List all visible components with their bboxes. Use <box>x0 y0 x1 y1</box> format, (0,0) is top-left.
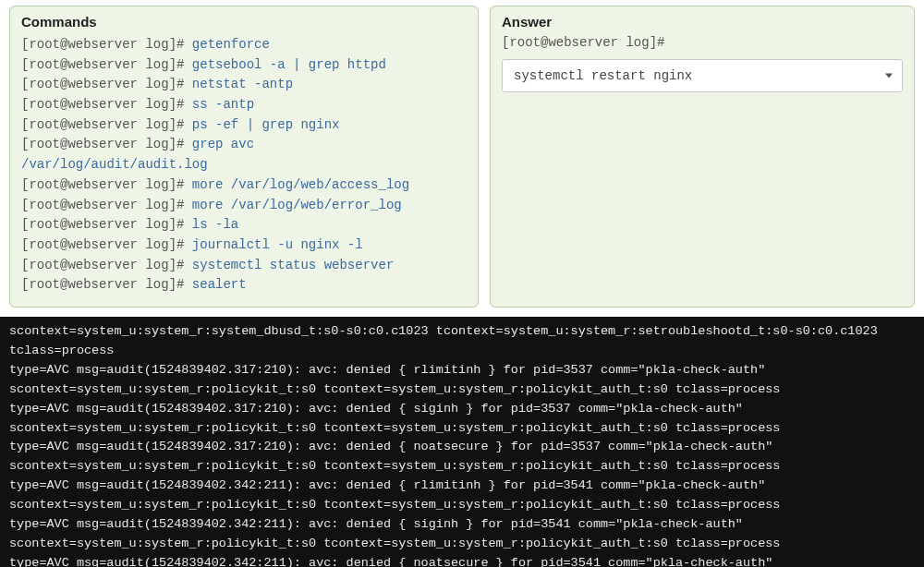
answer-panel: Answer [root@webserver log]# systemctl r… <box>490 6 915 308</box>
command-line[interactable]: [root@webserver log]# ss -antp <box>21 95 467 115</box>
command-prompt: [root@webserver log]# <box>21 177 192 192</box>
command-text: sealert <box>192 277 247 292</box>
commands-title: Commands <box>21 14 467 30</box>
command-prompt: [root@webserver log]# <box>21 137 192 151</box>
command-text: getsebool -a | grep httpd <box>192 57 386 72</box>
command-text: grep avc <box>192 137 254 151</box>
terminal-line: type=AVC msg=audit(1524839402.342:211): … <box>9 515 915 535</box>
answer-select-value: systemctl restart nginx <box>514 68 692 83</box>
commands-list: [root@webserver log]# getenforce[root@we… <box>21 35 467 296</box>
command-text: /var/log/audit/audit.log <box>21 157 208 172</box>
top-row: Commands [root@webserver log]# getenforc… <box>0 0 924 317</box>
command-text: getenforce <box>192 37 270 52</box>
command-prompt: [root@webserver log]# <box>21 117 192 132</box>
commands-panel: Commands [root@webserver log]# getenforc… <box>9 6 479 308</box>
terminal-line: scontext=system_u:system_r:system_dbusd_… <box>9 322 915 361</box>
command-text: ps -ef | grep nginx <box>192 117 340 132</box>
command-prompt: [root@webserver log]# <box>21 258 192 272</box>
command-text: more /var/log/web/access_log <box>192 177 409 192</box>
command-prompt: [root@webserver log]# <box>21 277 192 292</box>
command-text: journalctl -u nginx -l <box>192 237 363 252</box>
command-line[interactable]: [root@webserver log]# journalctl -u ngin… <box>21 235 467 256</box>
command-text: netstat -antp <box>192 77 293 91</box>
command-line[interactable]: [root@webserver log]# getenforce <box>21 35 467 55</box>
command-prompt: [root@webserver log]# <box>21 37 192 52</box>
terminal-line: scontext=system_u:system_r:policykit_t:s… <box>9 496 915 515</box>
command-line[interactable]: [root@webserver log]# grep avc <box>21 135 467 155</box>
terminal-line: type=AVC msg=audit(1524839402.317:210): … <box>9 361 915 380</box>
command-prompt: [root@webserver log]# <box>21 97 192 112</box>
command-text: ls -la <box>192 217 238 232</box>
command-line[interactable]: [root@webserver log]# systemctl status w… <box>21 256 467 276</box>
command-line[interactable]: [root@webserver log]# ls -la <box>21 215 467 235</box>
command-text: more /var/log/web/error_log <box>192 198 402 212</box>
command-line[interactable]: [root@webserver log]# getsebool -a | gre… <box>21 55 467 76</box>
answer-prompt: [root@webserver log]# <box>502 35 903 50</box>
command-line[interactable]: [root@webserver log]# sealert <box>21 275 467 296</box>
terminal-line: type=AVC msg=audit(1524839402.342:211): … <box>9 554 915 567</box>
terminal-line: type=AVC msg=audit(1524839402.317:210): … <box>9 438 915 457</box>
terminal-line: type=AVC msg=audit(1524839402.342:211): … <box>9 477 915 496</box>
command-text: systemctl status webserver <box>192 258 394 272</box>
terminal-line: scontext=system_u:system_r:policykit_t:s… <box>9 419 915 439</box>
command-line[interactable]: [root@webserver log]# more /var/log/web/… <box>21 196 467 216</box>
command-line[interactable]: [root@webserver log]# netstat -antp <box>21 75 467 95</box>
command-line[interactable]: /var/log/audit/audit.log <box>21 155 467 175</box>
chevron-down-icon <box>885 74 893 78</box>
command-line[interactable]: [root@webserver log]# more /var/log/web/… <box>21 175 467 196</box>
command-prompt: [root@webserver log]# <box>21 57 192 72</box>
command-prompt: [root@webserver log]# <box>21 198 192 212</box>
terminal-line: scontext=system_u:system_r:policykit_t:s… <box>9 457 915 477</box>
terminal-line: type=AVC msg=audit(1524839402.317:210): … <box>9 400 915 419</box>
command-prompt: [root@webserver log]# <box>21 77 192 91</box>
terminal-line: scontext=system_u:system_r:policykit_t:s… <box>9 535 915 554</box>
command-prompt: [root@webserver log]# <box>21 217 192 232</box>
command-line[interactable]: [root@webserver log]# ps -ef | grep ngin… <box>21 115 467 136</box>
terminal-output: scontext=system_u:system_r:system_dbusd_… <box>0 317 924 567</box>
command-text: ss -antp <box>192 97 254 112</box>
terminal-line: scontext=system_u:system_r:policykit_t:s… <box>9 380 915 400</box>
answer-select[interactable]: systemctl restart nginx <box>502 59 903 92</box>
answer-title: Answer <box>502 14 903 30</box>
command-prompt: [root@webserver log]# <box>21 237 192 252</box>
